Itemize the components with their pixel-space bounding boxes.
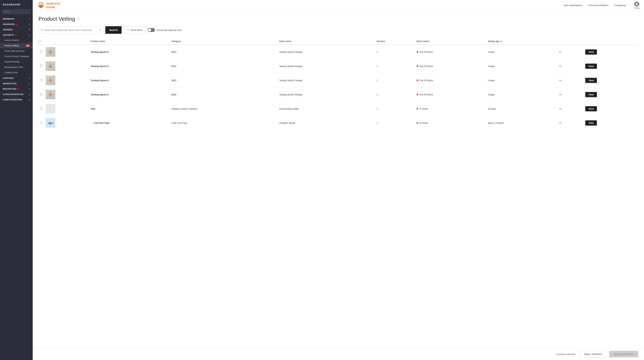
sidebar-section-adverts[interactable]: ADVERTS ▴ [0,32,33,38]
svg-point-18 [50,49,50,50]
select-all-checkbox[interactable] [38,40,41,42]
vetting-age: 4 days [488,73,558,88]
product-variants: 1 [376,116,416,130]
stock-label: Out Of Stock [420,93,433,96]
row-checkbox[interactable] [40,79,42,81]
sidebar-item-measurement-units[interactable]: Measurement Units [0,64,33,70]
sort-icon[interactable]: ▼ [500,40,502,42]
sidebar-section-reporting[interactable]: REPORTING ▾ [0,86,33,92]
stock-status: Out Of Stock [416,65,486,68]
svg-point-4 [636,3,637,4]
sidebar-section-configuration[interactable]: CONFIGURATION ▾ [0,97,33,102]
vetting-age: about 2 months [488,116,558,130]
th-variants: Variants [376,38,416,45]
stock-status: Out Of Stock [416,51,486,53]
sidebar-section-content[interactable]: CONTENT ▾ [0,75,33,81]
th-vetting-age: Vetting age ▼ [488,38,558,45]
svg-line-15 [48,52,49,52]
stock-dot [416,80,418,81]
row-checkbox[interactable] [40,122,42,124]
nav-connected-platform[interactable]: Connected Platform [588,4,608,7]
reject-selection-button[interactable]: Reject Selection [580,351,606,358]
row-checkbox[interactable] [40,93,42,96]
edit-icon[interactable]: ✏ [558,64,563,68]
table-row: ⚠ Cat Fish ToysCats | Cat ToysSneaker St… [38,116,638,130]
edit-icon[interactable]: ✏ [558,50,563,54]
product-category: BBQ [172,73,279,88]
view-button[interactable]: View [585,92,597,97]
nav-profile[interactable]: Profile [634,2,640,9]
profile-label: Profile [634,7,640,9]
previously-rejected-toggle[interactable] [148,28,155,32]
nav-links: View Marketplace Connected Platform Chan… [564,2,640,9]
sidebar-item-label: Ranked Results [4,60,20,63]
edit-icon[interactable]: ✏ [558,121,563,125]
sidebar-section-members[interactable]: MEMBERS ▾ [0,16,33,22]
row-checkbox[interactable] [40,65,42,67]
product-category: BBQ [172,59,279,73]
sidebar-section-categorisation[interactable]: CATEGORISATION ▾ [0,92,33,97]
nav-changelog[interactable]: Changelog [614,4,626,7]
table-row: Testing Upsert 5BBQTesting Sarah Change1… [38,45,638,59]
clear-search-icon[interactable]: ✕ [99,28,101,32]
show-filters-button[interactable]: Show filters [124,26,146,34]
stock-dot [416,65,418,67]
search-bar-row: ✕ Search Show filters Previously rejecte… [38,26,638,34]
view-button[interactable]: View [585,64,597,69]
sidebar-item-label: Search Adverts [4,39,19,42]
product-variants: 1 [376,45,416,59]
chevron-down-icon: ▾ [29,77,30,79]
th-product-name: Product name [90,38,172,45]
seller-name: Sneaker Studio [279,116,376,130]
product-category: BBQ [172,88,279,102]
dashboard-label[interactable]: DASHBOARD [0,0,33,9]
profile-icon [634,2,639,7]
th-seller-name: Seller name [279,38,376,45]
sidebar-section-inquiries[interactable]: INQUIRIES ▾ [0,22,33,27]
view-button[interactable]: View [585,50,597,54]
svg-line-6 [42,30,43,31]
view-button[interactable]: View [585,106,597,112]
sidebar-item-label: Advert type summary [4,50,24,52]
previously-rejected-toggle-wrap: Previously rejected only [148,28,181,32]
svg-point-0 [38,2,40,4]
search-input[interactable] [44,29,98,32]
stock-label: Out Of Stock [420,65,433,68]
product-name: Testing Upsert 3 [90,93,109,96]
warning-icon: ⚠ [91,122,94,124]
approve-selection-button[interactable]: Approve Selection [609,351,638,357]
svg-point-3 [43,3,44,4]
edit-icon[interactable]: ✏ [558,78,563,83]
svg-point-27 [50,64,50,64]
search-input-wrap: ✕ [38,26,103,34]
logo-text: bestfriend bazaar [46,2,60,8]
bottom-bar: 0 product selected Reject Selection Appr… [33,348,644,360]
seller-name: Testing Sarah Change [279,59,376,73]
edit-icon[interactable]: ✏ [558,92,563,97]
nav-view-marketplace[interactable]: View Marketplace [564,4,582,7]
view-button[interactable]: View [585,78,597,83]
sidebar-item-product-vetting[interactable]: Product Vetting 20 [0,43,33,48]
sidebar-item-central-product-database[interactable]: Central Product Database [0,54,33,59]
product-image [46,90,55,99]
svg-point-49 [49,123,49,123]
sidebar-item-ranked-results[interactable]: Ranked Results [0,59,33,64]
view-button[interactable]: View [585,120,597,126]
info-icon[interactable]: ⓘ [77,17,80,21]
svg-point-31 [51,80,52,81]
svg-rect-23 [50,68,51,68]
sidebar-item-catalog-rules[interactable]: Catalog Rules [0,70,33,75]
svg-line-43 [52,94,53,95]
search-button[interactable]: Search [105,26,122,34]
svg-point-36 [50,78,50,78]
row-checkbox[interactable] [40,50,42,53]
sidebar-section-orders[interactable]: ORDERS ▾ [0,27,33,32]
row-checkbox[interactable] [40,107,42,110]
sidebar-section-marketing[interactable]: MARKETING ▾ [0,81,33,86]
sidebar-item-search-adverts[interactable]: Search Adverts [0,38,33,43]
sidebar-search-input[interactable] [2,9,31,14]
sidebar-item-advert-type-summary[interactable]: Advert type summary [0,48,33,54]
orders-dot [14,29,15,30]
adverts-dot [15,34,16,36]
edit-icon[interactable]: ✏ [558,106,563,111]
